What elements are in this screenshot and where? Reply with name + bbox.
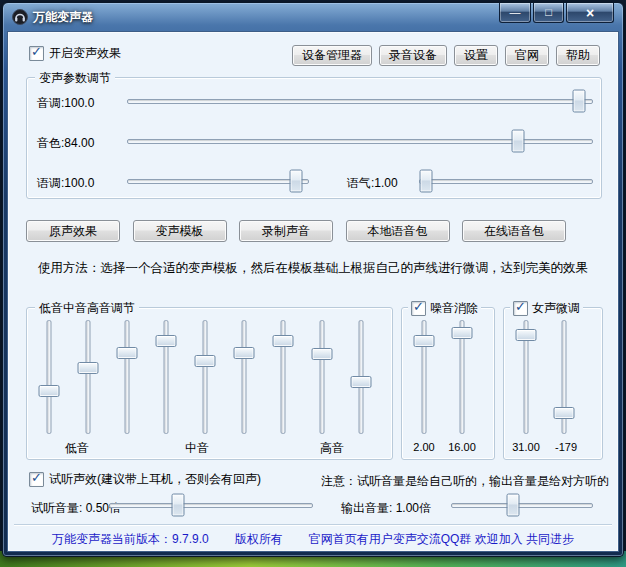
eq-slider-track[interactable]: [320, 320, 325, 434]
original-voice-button[interactable]: 原声效果: [26, 220, 120, 242]
eq-slider-thumb[interactable]: [273, 335, 294, 347]
eq-slider[interactable]: [351, 320, 371, 434]
record-voice-button[interactable]: 录制声音: [239, 220, 333, 242]
volume-note: 注意：试听音量是给自己听的，输出音量是给对方听的: [321, 473, 609, 490]
output-volume-slider-thumb[interactable]: [507, 494, 520, 517]
enable-voice-checkbox-box[interactable]: [29, 46, 44, 61]
female-slider-1-thumb[interactable]: [516, 329, 537, 341]
female-voice-checkbox[interactable]: 女声微调: [510, 300, 583, 317]
version-text: 万能变声器当前版本：9.7.9.0: [52, 531, 209, 548]
female-slider-1[interactable]: [516, 320, 536, 434]
maximize-icon: □: [545, 7, 552, 18]
device-manager-button[interactable]: 设备管理器: [292, 45, 372, 66]
intonation-slider[interactable]: [127, 170, 309, 192]
recording-devices-button[interactable]: 录音设备: [379, 45, 447, 66]
female-slider-2[interactable]: [554, 320, 574, 434]
eq-slider-thumb[interactable]: [351, 376, 372, 388]
eq-slider-track[interactable]: [86, 320, 91, 434]
eq-slider-thumb[interactable]: [312, 348, 333, 360]
eq-slider-thumb[interactable]: [156, 335, 177, 347]
intonation-slider-track[interactable]: [127, 179, 309, 184]
noise-removal-checkbox[interactable]: 噪音消除: [408, 300, 481, 317]
close-button[interactable]: ×: [566, 3, 614, 23]
eq-slider-track[interactable]: [242, 320, 247, 434]
timbre-slider-thumb[interactable]: [512, 130, 525, 153]
female-slider-2-thumb[interactable]: [554, 407, 575, 419]
local-voice-pack-button[interactable]: 本地语音包: [346, 220, 450, 242]
template-button-row: 原声效果 变声模板 录制声音 本地语音包 在线语音包: [26, 220, 566, 242]
preview-volume-slider[interactable]: [109, 494, 313, 516]
noise-slider-1[interactable]: [414, 320, 434, 434]
eq-slider[interactable]: [312, 320, 332, 434]
titlebar[interactable]: 万能变声器 — □ ×: [3, 3, 623, 31]
noise-value-2: 16.00: [440, 441, 484, 453]
minimize-button[interactable]: —: [499, 3, 531, 23]
output-volume-slider-track[interactable]: [451, 503, 593, 508]
preview-volume-slider-track[interactable]: [109, 503, 313, 508]
minimize-icon: —: [510, 7, 521, 18]
timbre-slider[interactable]: [127, 130, 593, 152]
maximize-button[interactable]: □: [533, 3, 564, 23]
female-value-2: -179: [544, 441, 588, 453]
voice-params-group-title: 变声参数调节: [35, 70, 115, 87]
tone-slider-track[interactable]: [419, 179, 593, 184]
eq-slider[interactable]: [78, 320, 98, 434]
pitch-slider-thumb[interactable]: [573, 90, 586, 113]
online-voice-pack-button[interactable]: 在线语音包: [462, 220, 566, 242]
desktop-background: 万能变声器 — □ × 开启变声效果 设备管理器 录音设: [0, 0, 626, 567]
eq-slider[interactable]: [156, 320, 176, 434]
noise-removal-checkbox-label: 噪音消除: [430, 300, 478, 317]
voice-template-button[interactable]: 变声模板: [133, 220, 227, 242]
preview-volume-slider-thumb[interactable]: [172, 494, 185, 517]
monitor-checkbox-label: 试听声效(建议带上耳机，否则会有回声): [49, 471, 261, 488]
pitch-slider[interactable]: [127, 90, 593, 112]
eq-slider-track[interactable]: [125, 320, 130, 434]
output-volume-slider[interactable]: [451, 494, 593, 516]
eq-slider-thumb[interactable]: [39, 385, 60, 397]
tone-slider[interactable]: [419, 170, 593, 192]
pitch-slider-track[interactable]: [127, 99, 593, 104]
noise-removal-checkbox-box[interactable]: [411, 301, 426, 316]
statusbar-divider: [14, 524, 612, 526]
mid-label: 中音: [185, 440, 209, 457]
female-value-1: 31.00: [504, 441, 548, 453]
eq-slider-thumb[interactable]: [234, 347, 255, 359]
female-voice-checkbox-box[interactable]: [513, 301, 528, 316]
female-voice-checkbox-label: 女声微调: [532, 300, 580, 317]
eq-slider[interactable]: [195, 320, 215, 434]
noise-slider-1-thumb[interactable]: [414, 335, 435, 347]
eq-slider[interactable]: [273, 320, 293, 434]
close-icon: ×: [586, 6, 594, 20]
enable-voice-checkbox-label: 开启变声效果: [49, 45, 121, 62]
promo-text: 官网首页有用户变声交流QQ群 欢迎加入 共同进步: [309, 531, 574, 548]
eq-slider-track[interactable]: [47, 320, 52, 434]
intonation-slider-thumb[interactable]: [290, 170, 303, 193]
tone-label: 语气:1.00: [347, 175, 398, 192]
monitor-checkbox-box[interactable]: [29, 472, 44, 487]
usage-instructions: 使用方法：选择一个合适的变声模板，然后在模板基础上根据自己的声线进行微调，达到完…: [38, 260, 588, 277]
enable-voice-checkbox[interactable]: 开启变声效果: [29, 45, 121, 62]
tone-slider-thumb[interactable]: [419, 170, 432, 193]
timbre-label: 音色:84.00: [37, 135, 94, 152]
equalizer-group-title: 低音中音高音调节: [35, 300, 139, 317]
eq-slider-thumb[interactable]: [117, 347, 138, 359]
eq-slider-track[interactable]: [203, 320, 208, 434]
noise-slider-2-thumb[interactable]: [452, 327, 473, 339]
eq-slider[interactable]: [117, 320, 137, 434]
settings-button[interactable]: 设置: [454, 45, 498, 66]
client-area: 开启变声效果 设备管理器 录音设备 设置 官网 帮助 变声参数调节 音调:100…: [7, 31, 619, 552]
eq-slider[interactable]: [39, 320, 59, 434]
treble-label: 高音: [320, 440, 344, 457]
eq-slider-thumb[interactable]: [78, 362, 99, 374]
eq-slider-thumb[interactable]: [195, 355, 216, 367]
noise-slider-2[interactable]: [452, 320, 472, 434]
website-button[interactable]: 官网: [505, 45, 549, 66]
headphones-app-icon: [12, 9, 28, 25]
help-button[interactable]: 帮助: [556, 45, 600, 66]
voice-params-group: 变声参数调节 音调:100.0 音色:84.00 语: [26, 77, 602, 199]
timbre-row: 音色:84.00: [37, 130, 595, 152]
monitor-checkbox[interactable]: 试听声效(建议带上耳机，否则会有回声): [29, 471, 261, 488]
eq-slider[interactable]: [234, 320, 254, 434]
window-title: 万能变声器: [33, 9, 93, 26]
output-volume-label: 输出音量: 1.00倍: [341, 500, 431, 517]
